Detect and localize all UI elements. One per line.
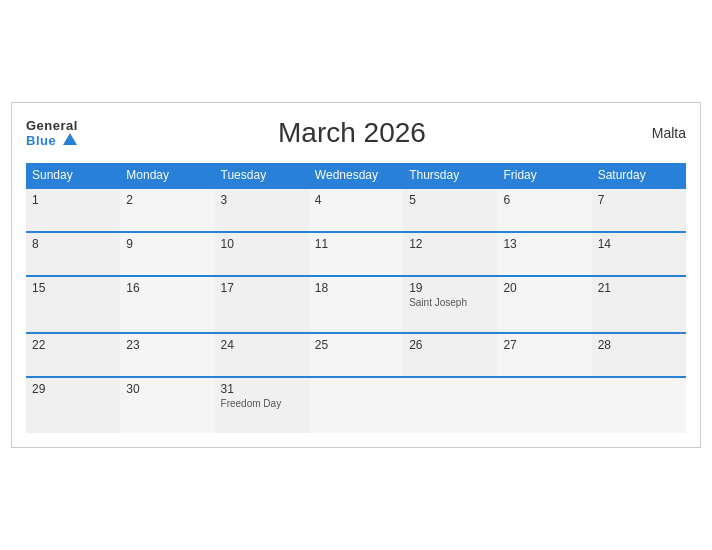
calendar-week-row: 22232425262728 [26, 333, 686, 377]
calendar-cell: 29 [26, 377, 120, 433]
day-number: 20 [503, 281, 585, 295]
calendar-cell: 5 [403, 188, 497, 232]
calendar-cell: 18 [309, 276, 403, 333]
header-tuesday: Tuesday [215, 163, 309, 188]
day-number: 10 [221, 237, 303, 251]
calendar-cell: 16 [120, 276, 214, 333]
country-label: Malta [626, 125, 686, 141]
day-number: 13 [503, 237, 585, 251]
calendar-cell: 3 [215, 188, 309, 232]
calendar-cell: 6 [497, 188, 591, 232]
calendar-cell: 1 [26, 188, 120, 232]
logo-triangle-icon [63, 133, 77, 145]
day-number: 29 [32, 382, 114, 396]
day-number: 28 [598, 338, 680, 352]
day-number: 2 [126, 193, 208, 207]
day-number: 18 [315, 281, 397, 295]
event-label: Saint Joseph [409, 297, 491, 308]
calendar-cell: 11 [309, 232, 403, 276]
calendar-cell: 7 [592, 188, 686, 232]
day-number: 23 [126, 338, 208, 352]
calendar-cell: 9 [120, 232, 214, 276]
calendar-cell: 27 [497, 333, 591, 377]
calendar-week-row: 1234567 [26, 188, 686, 232]
day-number: 7 [598, 193, 680, 207]
day-number: 22 [32, 338, 114, 352]
calendar-cell: 8 [26, 232, 120, 276]
header-monday: Monday [120, 163, 214, 188]
day-number: 12 [409, 237, 491, 251]
logo-general-text: General [26, 119, 78, 132]
calendar-cell: 21 [592, 276, 686, 333]
day-number: 24 [221, 338, 303, 352]
day-number: 17 [221, 281, 303, 295]
calendar-cell: 30 [120, 377, 214, 433]
calendar-cell: 14 [592, 232, 686, 276]
calendar-week-row: 293031Freedom Day [26, 377, 686, 433]
header-sunday: Sunday [26, 163, 120, 188]
calendar-cell [403, 377, 497, 433]
calendar-cell: 28 [592, 333, 686, 377]
calendar-cell: 25 [309, 333, 403, 377]
logo-blue-text: Blue [26, 133, 56, 148]
calendar-cell: 2 [120, 188, 214, 232]
calendar-cell: 10 [215, 232, 309, 276]
calendar-cell: 12 [403, 232, 497, 276]
calendar-header: General Blue March 2026 Malta [26, 113, 686, 153]
event-label: Freedom Day [221, 398, 303, 409]
day-number: 14 [598, 237, 680, 251]
day-number: 3 [221, 193, 303, 207]
calendar-cell: 31Freedom Day [215, 377, 309, 433]
calendar-cell: 13 [497, 232, 591, 276]
calendar-cell: 4 [309, 188, 403, 232]
calendar-week-row: 891011121314 [26, 232, 686, 276]
day-number: 30 [126, 382, 208, 396]
day-number: 21 [598, 281, 680, 295]
header-saturday: Saturday [592, 163, 686, 188]
day-number: 6 [503, 193, 585, 207]
calendar-cell: 15 [26, 276, 120, 333]
logo: General Blue [26, 119, 78, 148]
day-number: 19 [409, 281, 491, 295]
header-friday: Friday [497, 163, 591, 188]
calendar-cell: 22 [26, 333, 120, 377]
header-wednesday: Wednesday [309, 163, 403, 188]
weekday-header-row: Sunday Monday Tuesday Wednesday Thursday… [26, 163, 686, 188]
calendar-cell: 19Saint Joseph [403, 276, 497, 333]
day-number: 9 [126, 237, 208, 251]
calendar-cell: 24 [215, 333, 309, 377]
calendar-title: March 2026 [78, 117, 626, 149]
day-number: 11 [315, 237, 397, 251]
day-number: 1 [32, 193, 114, 207]
calendar-cell [592, 377, 686, 433]
day-number: 8 [32, 237, 114, 251]
calendar-cell [309, 377, 403, 433]
day-number: 4 [315, 193, 397, 207]
calendar-cell: 20 [497, 276, 591, 333]
day-number: 27 [503, 338, 585, 352]
day-number: 5 [409, 193, 491, 207]
calendar-table: Sunday Monday Tuesday Wednesday Thursday… [26, 163, 686, 433]
calendar-cell: 23 [120, 333, 214, 377]
day-number: 15 [32, 281, 114, 295]
calendar-cell [497, 377, 591, 433]
calendar-week-row: 1516171819Saint Joseph2021 [26, 276, 686, 333]
calendar-container: General Blue March 2026 Malta Sunday Mon… [11, 102, 701, 448]
header-thursday: Thursday [403, 163, 497, 188]
day-number: 31 [221, 382, 303, 396]
logo-blue-row: Blue [26, 132, 77, 148]
day-number: 25 [315, 338, 397, 352]
calendar-cell: 26 [403, 333, 497, 377]
day-number: 16 [126, 281, 208, 295]
day-number: 26 [409, 338, 491, 352]
calendar-cell: 17 [215, 276, 309, 333]
